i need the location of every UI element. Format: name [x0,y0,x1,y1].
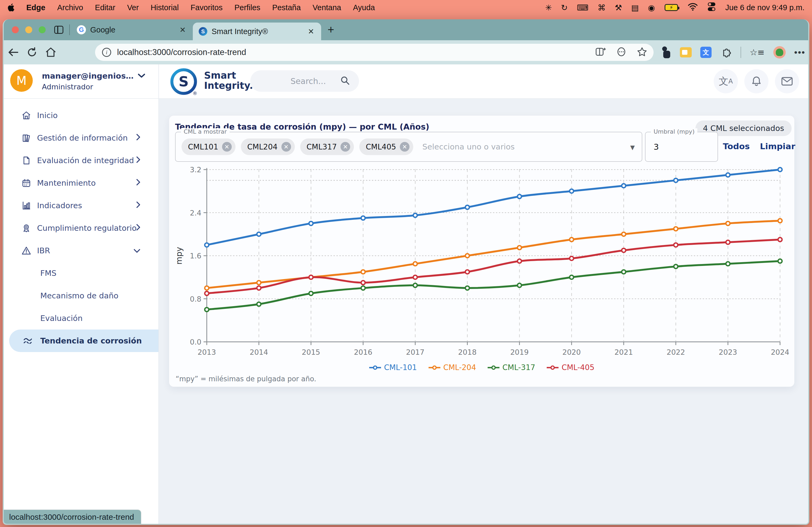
tab-close-icon[interactable]: ✕ [177,25,188,35]
tape-icon[interactable]: ◉ [648,3,655,12]
home-icon[interactable] [41,47,60,58]
sidebar-item-inicio[interactable]: Inicio [4,104,158,127]
chevron-down-icon[interactable] [137,73,146,79]
language-icon[interactable]: 文A [714,69,738,93]
close-window-button[interactable] [12,26,19,33]
svg-text:2018: 2018 [458,348,477,356]
smart-integrity-logo[interactable]: S ® [169,67,198,96]
url-text[interactable]: localhost:3000/corrosion-rate-trend [117,47,596,57]
home-icon [21,110,31,120]
menu-item-archivo[interactable]: Archivo [57,3,83,12]
minimize-window-button[interactable] [25,26,32,33]
menu-bar-clock[interactable]: Jue 6 de nov 9:49 p.m. [725,3,804,12]
sidebar-item-mantenimiento[interactable]: Mantenimiento [4,172,158,194]
menu-item-favoritos[interactable]: Favoritos [191,3,222,12]
svg-text:2013: 2013 [198,348,216,356]
menu-item-ver[interactable]: Ver [127,3,139,12]
extension-figure-icon[interactable] [661,46,671,58]
chevron-right-icon [136,201,141,210]
chip-remove-icon[interactable]: ✕ [340,142,350,152]
clear-button[interactable]: Limpiar [760,141,795,151]
site-info-icon[interactable]: i [102,48,111,57]
sidebar-item-tendencia-corrosion[interactable]: Tendencia de corrosión [9,330,158,352]
macos-menu-bar: EdgeArchivoEditarVerHistorialFavoritosPe… [0,0,812,15]
search-input[interactable]: Search... [250,70,359,92]
command-icon[interactable]: ⌘ [598,3,606,12]
favorites-bar-icon[interactable]: ☆≡ [750,47,765,57]
chip-remove-icon[interactable]: ✕ [222,142,232,152]
menu-item-ayuda[interactable]: Ayuda [353,3,375,12]
menu-item-ventana[interactable]: Ventana [313,3,341,12]
settings-more-icon[interactable]: ••• [794,47,806,58]
avatar: M [10,69,33,92]
more-tools-icon[interactable] [617,47,626,58]
legend-item-cml-317[interactable]: CML-317 [487,363,535,372]
profile-avatar[interactable] [773,46,786,59]
user-block[interactable]: M manager@ingenioservi... Administrador [4,64,158,99]
menu-item-historial[interactable]: Historial [151,3,179,12]
menu-item-pestaña[interactable]: Pestaña [272,3,301,12]
apple-menu-icon[interactable] [8,3,14,12]
tab-smart-integrity[interactable]: S Smart Integrity® ✕ [193,22,321,40]
select-all-button[interactable]: Todos [723,141,750,151]
tab-close-icon[interactable]: ✕ [306,26,316,37]
cml-multiselect[interactable]: CML a mostrar CML101✕CML204✕CML317✕CML40… [175,132,642,162]
chevron-right-icon [136,156,141,165]
google-translate-icon[interactable]: 文 [700,47,712,58]
zoom-window-button[interactable] [39,26,46,33]
svg-text:2.4: 2.4 [190,209,201,217]
chevron-right-icon [136,224,141,233]
medal-icon [21,223,31,233]
menu-item-editar[interactable]: Editar [95,3,115,12]
legend-item-cml-101[interactable]: CML-101 [369,363,417,372]
extension-folder-icon[interactable] [680,47,692,57]
chip-label: CML317 [307,142,337,151]
clipboard-icon[interactable]: ▤ [631,3,639,12]
cml-chip-cml101[interactable]: CML101✕ [182,138,235,155]
sidebar-item-fms[interactable]: FMS [4,262,158,284]
legend-marker-icon [428,365,441,370]
openai-icon[interactable]: ✳ [545,3,552,12]
tab-google[interactable]: G Google ✕ [71,19,193,40]
sidebar-item-ibr[interactable]: IBR [4,239,158,262]
refresh-icon[interactable] [23,47,41,58]
legend-label: CML-317 [503,363,535,372]
threshold-value[interactable]: 3 [654,142,659,152]
cml-chip-cml204[interactable]: CML204✕ [241,138,295,155]
tools-icon[interactable]: ⚒ [615,3,622,12]
main-area: Tendencia de tasa de corrosión (mpy) — p… [159,99,809,525]
search-icon[interactable] [340,76,350,86]
sidebar-item-cumplimiento-regulatorio[interactable]: Cumplimiento regulatorio [4,217,158,239]
menu-item-perfiles[interactable]: Perfiles [234,3,260,12]
split-screen-icon[interactable] [596,47,606,57]
sidebar-item-evaluacion-integridad[interactable]: Evaluación de integridad [4,149,158,172]
legend-item-cml-405[interactable]: CML-405 [547,363,594,372]
mail-icon[interactable] [775,69,799,93]
sidebar-item-mecanismo-dano[interactable]: Mecanismo de daño [4,284,158,307]
back-icon[interactable] [4,47,23,58]
favorite-star-icon[interactable] [637,47,647,58]
chip-remove-icon[interactable]: ✕ [400,142,409,152]
sidebar-item-gestion-informacion[interactable]: Gestión de información [4,127,158,149]
loop-icon[interactable]: ↻ [561,3,568,12]
tab-overview-icon[interactable] [54,26,63,34]
control-center-icon[interactable] [708,2,715,13]
extensions-puzzle-icon[interactable] [720,46,732,59]
menu-item-edge[interactable]: Edge [26,3,45,12]
legend-item-cml-204[interactable]: CML-204 [428,363,476,372]
battery-icon[interactable]: ⚡ [665,4,678,11]
legend-label: CML-101 [384,363,417,372]
sidebar-item-indicadores[interactable]: Indicadores [4,194,158,217]
notifications-bell-icon[interactable] [744,69,768,93]
keyboard-icon[interactable]: ⌨ [577,3,588,12]
threshold-input[interactable]: Umbral (mpy) 3 [645,132,718,162]
chevron-down-icon [133,246,141,255]
dropdown-caret-icon[interactable]: ▼ [630,144,635,151]
cml-chip-cml405[interactable]: CML405✕ [359,138,413,155]
sidebar-item-evaluacion[interactable]: Evaluación [4,307,158,330]
wifi-icon[interactable] [688,3,698,13]
chip-remove-icon[interactable]: ✕ [281,142,291,152]
address-bar[interactable]: i localhost:3000/corrosion-rate-trend [95,44,654,61]
new-tab-button[interactable]: + [328,23,334,36]
cml-chip-cml317[interactable]: CML317✕ [300,138,354,155]
